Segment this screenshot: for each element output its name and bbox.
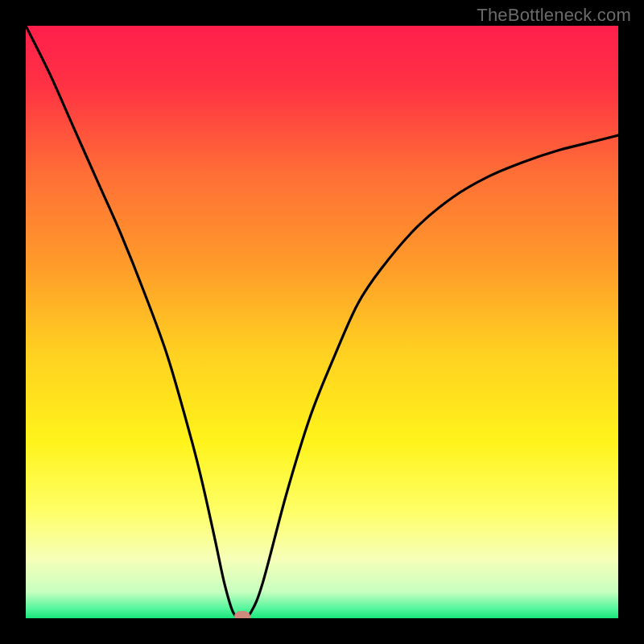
minimum-marker (234, 611, 250, 618)
chart-frame: TheBottleneck.com (0, 0, 644, 644)
plot-area (26, 26, 618, 618)
bottleneck-curve (26, 26, 618, 618)
watermark-text: TheBottleneck.com (477, 5, 631, 26)
